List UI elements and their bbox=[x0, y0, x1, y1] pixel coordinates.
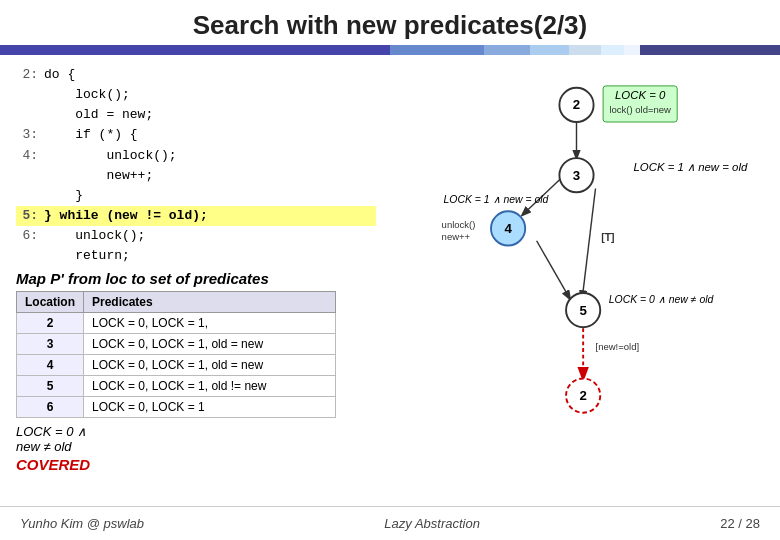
col-predicates: Predicates bbox=[84, 292, 336, 313]
table-row: 6 LOCK = 0, LOCK = 1 bbox=[17, 397, 336, 418]
loc-4: 4 bbox=[17, 355, 84, 376]
code-line-7: } bbox=[16, 186, 376, 206]
code-line-8: 5: } while (new != old); bbox=[16, 206, 376, 226]
code-line-3: old = new; bbox=[16, 105, 376, 125]
svg-text:3: 3 bbox=[573, 168, 580, 183]
pred-6: LOCK = 0, LOCK = 1 bbox=[84, 397, 336, 418]
svg-text:lock() old=new: lock() old=new bbox=[609, 104, 671, 115]
svg-line-2 bbox=[537, 241, 570, 299]
svg-line-4 bbox=[582, 189, 595, 299]
svg-text:LOCK = 0: LOCK = 0 bbox=[615, 89, 666, 101]
code-line-6: new++; bbox=[16, 166, 376, 186]
main-content: 2: do { lock(); old = new; 3: if (*) { 4… bbox=[0, 61, 780, 501]
svg-text:new++: new++ bbox=[442, 231, 471, 242]
code-line-10: return; bbox=[16, 246, 376, 266]
pred-3: LOCK = 0, LOCK = 1, old = new bbox=[84, 334, 336, 355]
newneqold-text: new ≠ old bbox=[16, 439, 72, 454]
svg-text:2: 2 bbox=[579, 388, 586, 403]
svg-text:2: 2 bbox=[573, 97, 580, 112]
svg-text:LOCK = 1 ∧ new = old: LOCK = 1 ∧ new = old bbox=[634, 161, 748, 173]
pred-5: LOCK = 0, LOCK = 1, old != new bbox=[84, 376, 336, 397]
table-row: 4 LOCK = 0, LOCK = 1, old = new bbox=[17, 355, 336, 376]
code-line-4: 3: if (*) { bbox=[16, 125, 376, 145]
loc-2: 2 bbox=[17, 313, 84, 334]
table-row: 2 LOCK = 0, LOCK = 1, bbox=[17, 313, 336, 334]
code-line-1: 2: do { bbox=[16, 65, 376, 85]
covered-label: COVERED bbox=[16, 456, 376, 473]
table-header-row: Location Predicates bbox=[17, 292, 336, 313]
pred-2: LOCK = 0, LOCK = 1, bbox=[84, 313, 336, 334]
loc-5: 5 bbox=[17, 376, 84, 397]
svg-text:LOCK = 0 ∧ new ≠ old: LOCK = 0 ∧ new ≠ old bbox=[609, 294, 715, 305]
code-line-2: lock(); bbox=[16, 85, 376, 105]
footer-right: 22 / 28 bbox=[720, 516, 760, 531]
svg-text:[T]: [T] bbox=[601, 232, 614, 243]
table-row: 3 LOCK = 0, LOCK = 1, old = new bbox=[17, 334, 336, 355]
code-line-5: 4: unlock(); bbox=[16, 146, 376, 166]
svg-text:LOCK = 1 ∧ new = old: LOCK = 1 ∧ new = old bbox=[444, 194, 550, 205]
col-location: Location bbox=[17, 292, 84, 313]
title-bar: Search with new predicates(2/3) bbox=[0, 0, 780, 45]
diagram-svg: 2 LOCK = 0 lock() old=new 3 [T] LOCK = 1… bbox=[376, 65, 780, 445]
page-title: Search with new predicates(2/3) bbox=[0, 10, 780, 41]
loc-3: 3 bbox=[17, 334, 84, 355]
svg-text:[new!=old]: [new!=old] bbox=[596, 341, 640, 352]
code-line-9: 6: unlock(); bbox=[16, 226, 376, 246]
right-panel: 2 LOCK = 0 lock() old=new 3 [T] LOCK = 1… bbox=[376, 65, 764, 501]
loc-6: 6 bbox=[17, 397, 84, 418]
footer-left: Yunho Kim @ pswlab bbox=[20, 516, 144, 531]
pred-4: LOCK = 0, LOCK = 1, old = new bbox=[84, 355, 336, 376]
map-title: Map P' from loc to set of predicates bbox=[16, 270, 376, 287]
predicates-table: Location Predicates 2 LOCK = 0, LOCK = 1… bbox=[16, 291, 336, 418]
code-block: 2: do { lock(); old = new; 3: if (*) { 4… bbox=[16, 65, 376, 266]
left-panel: 2: do { lock(); old = new; 3: if (*) { 4… bbox=[16, 65, 376, 501]
svg-text:unlock(): unlock() bbox=[442, 219, 476, 230]
footer-center: Lazy Abstraction bbox=[384, 516, 480, 531]
svg-text:5: 5 bbox=[579, 303, 587, 318]
table-row: 5 LOCK = 0, LOCK = 1, old != new bbox=[17, 376, 336, 397]
lock0-text: LOCK = 0 ∧ bbox=[16, 424, 87, 439]
footer: Yunho Kim @ pswlab Lazy Abstraction 22 /… bbox=[0, 506, 780, 540]
decorative-bar bbox=[0, 45, 780, 55]
svg-text:4: 4 bbox=[504, 221, 512, 236]
lock0-annotation: LOCK = 0 ∧ new ≠ old bbox=[16, 424, 376, 454]
